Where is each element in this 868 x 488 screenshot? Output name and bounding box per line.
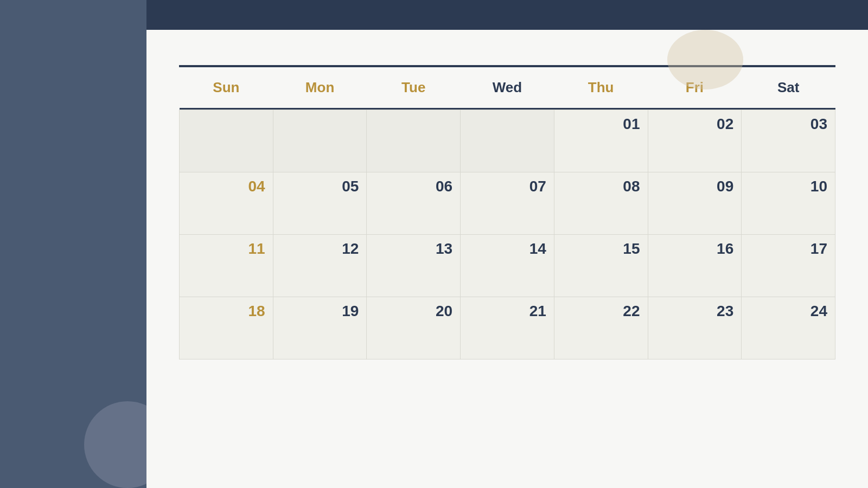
sidebar bbox=[0, 0, 146, 488]
calendar-cell: 04 bbox=[180, 172, 273, 234]
day-number: 06 bbox=[374, 178, 452, 195]
day-number: 19 bbox=[281, 303, 359, 320]
day-number: 17 bbox=[749, 240, 827, 258]
calendar-cell: 19 bbox=[273, 297, 367, 359]
day-number: 10 bbox=[749, 178, 827, 195]
calendar-cell: 08 bbox=[554, 172, 648, 234]
calendar-cell: 02 bbox=[648, 110, 742, 172]
calendar-week-4: 18192021222324 bbox=[180, 297, 835, 359]
calendar-cell: 24 bbox=[742, 297, 835, 359]
day-number: 21 bbox=[468, 303, 546, 320]
calendar-cell bbox=[273, 110, 367, 172]
calendar-cell: 03 bbox=[742, 110, 835, 172]
calendar-cell bbox=[180, 110, 273, 172]
calendar-cell: 07 bbox=[461, 172, 554, 234]
calendar-cell: 16 bbox=[648, 234, 742, 297]
calendar-cell: 22 bbox=[554, 297, 648, 359]
calendar-cell: 15 bbox=[554, 234, 648, 297]
calendar-cell: 17 bbox=[742, 234, 835, 297]
day-number: 03 bbox=[749, 115, 827, 133]
day-number: 22 bbox=[562, 303, 640, 320]
day-number: 13 bbox=[374, 240, 452, 258]
calendar-cell: 21 bbox=[461, 297, 554, 359]
calendar-cell: 13 bbox=[367, 234, 461, 297]
day-number: 15 bbox=[562, 240, 640, 258]
day-number: 18 bbox=[187, 303, 265, 320]
day-number: 12 bbox=[281, 240, 359, 258]
calendar-week-2: 04050607080910 bbox=[180, 172, 835, 234]
day-number: 07 bbox=[468, 178, 546, 195]
calendar-cell: 06 bbox=[367, 172, 461, 234]
calendar-cell bbox=[461, 110, 554, 172]
calendar-cell: 10 bbox=[742, 172, 835, 234]
calendar-cell: 05 bbox=[273, 172, 367, 234]
calendar-cell: 14 bbox=[461, 234, 554, 297]
day-number: 05 bbox=[281, 178, 359, 195]
calendar-cell: 23 bbox=[648, 297, 742, 359]
calendar-container: Sun Mon Tue Wed Thu Fri Sat 010203040506… bbox=[146, 30, 868, 488]
top-bar bbox=[146, 0, 868, 30]
calendar-header bbox=[179, 30, 835, 65]
header-thu: Thu bbox=[554, 67, 648, 108]
calendar-cell: 18 bbox=[180, 297, 273, 359]
calendar-cell: 12 bbox=[273, 234, 367, 297]
day-number: 20 bbox=[374, 303, 452, 320]
header-wed: Wed bbox=[461, 67, 554, 108]
calendar-week-3: 11121314151617 bbox=[180, 234, 835, 297]
day-number: 09 bbox=[656, 178, 734, 195]
calendar-cell: 01 bbox=[554, 110, 648, 172]
header-sun: Sun bbox=[180, 67, 273, 108]
header-tue: Tue bbox=[367, 67, 461, 108]
sidebar-text bbox=[71, 450, 75, 455]
day-number: 04 bbox=[187, 178, 265, 195]
calendar-cell: 09 bbox=[648, 172, 742, 234]
day-number: 23 bbox=[656, 303, 734, 320]
calendar-body: 0102030405060708091011121314151617181920… bbox=[180, 110, 835, 359]
day-number: 02 bbox=[656, 115, 734, 133]
header-sat: Sat bbox=[742, 67, 835, 108]
day-number: 14 bbox=[468, 240, 546, 258]
calendar-cell bbox=[367, 110, 461, 172]
day-number: 01 bbox=[562, 115, 640, 133]
day-number: 24 bbox=[749, 303, 827, 320]
calendar-cell: 11 bbox=[180, 234, 273, 297]
calendar-week-1: 010203 bbox=[180, 110, 835, 172]
header-mon: Mon bbox=[273, 67, 367, 108]
calendar-grid: Sun Mon Tue Wed Thu Fri Sat 010203040506… bbox=[179, 67, 835, 359]
day-number: 11 bbox=[187, 240, 265, 258]
calendar-cell: 20 bbox=[367, 297, 461, 359]
day-number: 16 bbox=[656, 240, 734, 258]
day-number: 08 bbox=[562, 178, 640, 195]
